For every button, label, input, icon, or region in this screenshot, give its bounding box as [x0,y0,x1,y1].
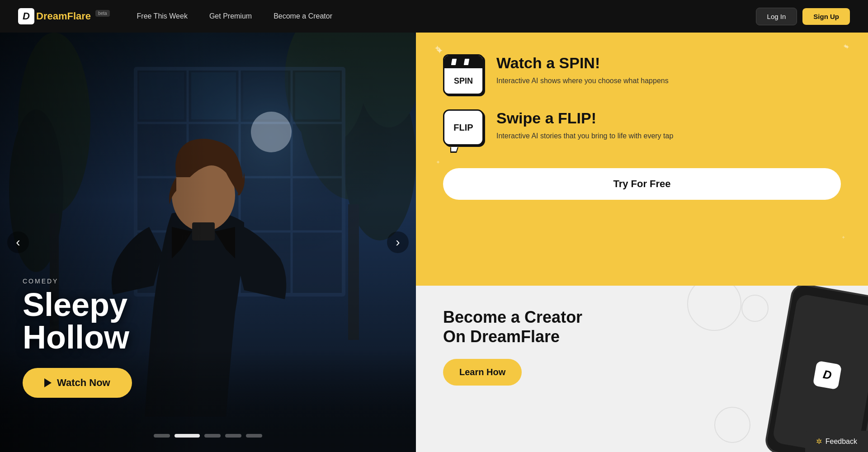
hero-content: COMEDY Sleepy Hollow Watch Now [23,278,132,398]
nav-become-creator[interactable]: Become a Creator [274,12,332,20]
hero-section: ‹ COMEDY Sleepy Hollow Watch Now › [0,33,416,452]
phone-mockup: D [764,286,868,452]
deco-circle-1 [687,286,741,331]
spin-text: Watch a SPIN! Interactive AI shows where… [496,54,669,86]
carousel-next-button[interactable]: › [387,231,409,253]
watch-now-label: Watch Now [57,377,110,389]
spin-desc: Interactive AI shows where you choose wh… [496,75,669,86]
flip-title: Swipe a FLIP! [496,109,673,127]
nav-get-premium-link[interactable]: Get Premium [209,12,252,20]
hero-title: Sleepy Hollow [23,288,132,353]
creator-title: Become a Creator On DreamFlare [443,307,624,346]
spin-title: Watch a SPIN! [496,54,669,72]
deco-circle-3 [714,407,750,443]
logo-text: DreamFlare [36,10,91,22]
hero-genre: COMEDY [23,278,132,285]
logo-name: DreamFlare [36,10,91,22]
spin-item: SPIN Watch a SPIN! Interactive AI shows … [443,54,841,95]
creator-title-line1: Become a Creator [443,308,582,326]
learn-how-button[interactable]: Learn How [443,359,522,386]
nav-free-this-week[interactable]: Free This Week [137,12,188,20]
carousel-dots [154,434,262,438]
nav-actions: Log In Sign Up [756,8,850,25]
signup-button[interactable]: Sign Up [802,8,850,25]
try-free-button[interactable]: Try For Free [443,168,841,200]
nav-get-premium[interactable]: Get Premium [209,12,252,20]
hero-title-line1: Sleepy [23,287,127,323]
deco-star-br: ✦ [841,235,845,240]
svg-rect-21 [295,72,340,119]
nav-links: Free This Week Get Premium Become a Crea… [137,12,756,20]
carousel-dot-3[interactable] [204,434,221,438]
feedback-button[interactable]: ✲ Feedback [805,431,868,452]
carousel-dot-4[interactable] [225,434,241,438]
prev-arrow-icon: ‹ [16,235,20,250]
watch-now-button[interactable]: Watch Now [23,368,132,398]
flip-text: Swipe a FLIP! Interactive AI stories tha… [496,109,673,141]
flip-bubble-body: FLIP [443,109,484,146]
beta-badge: beta [95,10,109,17]
feedback-label: Feedback [826,438,857,446]
nav-become-creator-link[interactable]: Become a Creator [274,12,332,20]
stripe-2 [458,59,463,65]
flip-desc: Interactive AI stories that you bring to… [496,131,673,141]
flip-badge: FLIP [443,109,484,150]
deco-circle-2 [741,295,769,322]
right-panels: ✦ ✦ ✦ ✦ SPIN [416,33,868,452]
svg-rect-23 [192,222,215,240]
spin-flip-panel: ✦ ✦ ✦ ✦ SPIN [416,33,868,286]
deco-star-tr: ✦ [843,42,848,50]
spin-badge: SPIN [443,54,484,95]
logo[interactable]: D DreamFlare beta [18,8,110,24]
carousel-dot-2[interactable] [175,434,200,438]
phone-app-icon: D [813,361,842,390]
nav-free-this-week-link[interactable]: Free This Week [137,12,188,20]
navbar: D DreamFlare beta Free This Week Get Pre… [0,0,868,33]
stripe-3 [464,59,469,65]
svg-rect-8 [348,204,359,340]
main-content: ‹ COMEDY Sleepy Hollow Watch Now › [0,33,868,452]
clapboard-top [444,56,482,68]
play-icon [44,378,52,387]
phone-screen: D [772,293,868,452]
deco-star-tl: ✦ [436,45,443,56]
login-button[interactable]: Log In [756,8,797,25]
svg-rect-18 [139,72,184,119]
svg-rect-19 [191,72,236,119]
hero-title-line2: Hollow [23,319,129,355]
phone-content: D [813,361,842,390]
bubble-tail-inner [451,147,458,151]
deco-star-mid: ✦ [436,159,440,165]
svg-rect-20 [243,72,288,119]
carousel-prev-button[interactable]: ‹ [7,231,29,253]
next-arrow-icon: › [396,235,400,250]
creator-panel: Become a Creator On DreamFlare Learn How… [416,286,868,452]
flip-speech-bubble: FLIP [443,109,484,150]
spin-label-text: SPIN [444,68,482,94]
feedback-star-icon: ✲ [816,437,822,446]
carousel-dot-1[interactable] [154,434,170,438]
stripe-1 [451,59,457,65]
stripe-4 [470,59,476,65]
logo-icon: D [18,8,34,24]
creator-title-line2: On DreamFlare [443,327,560,346]
carousel-dot-5[interactable] [246,434,262,438]
clapboard-icon: SPIN [443,54,484,95]
flip-item: FLIP Swipe a FLIP! Interactive AI storie… [443,109,841,150]
